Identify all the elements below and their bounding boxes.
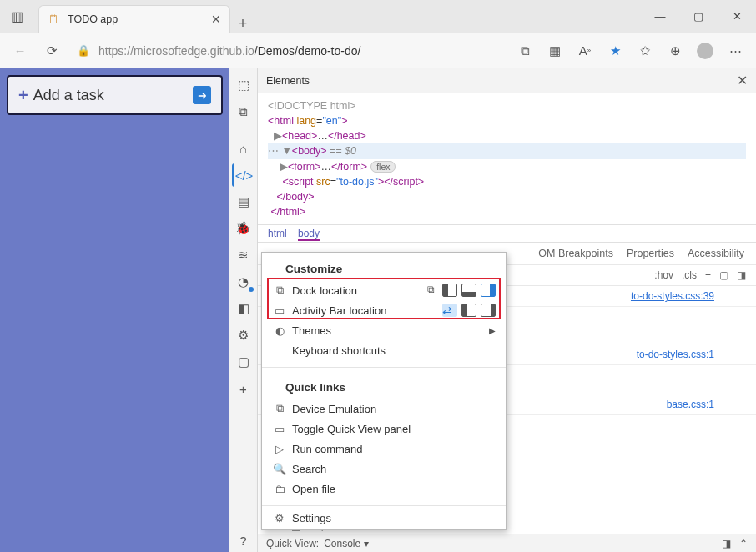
menu-item-themes[interactable]: ◐ Themes ▶ <box>262 320 506 340</box>
add-tool-icon[interactable]: + <box>232 377 255 400</box>
menu-item-toggle-quickview[interactable]: ▭ Toggle Quick View panel <box>262 419 506 439</box>
dock-bottom-button[interactable] <box>461 284 476 297</box>
tab-accessibility[interactable]: Accessibility <box>688 248 744 259</box>
breadcrumb[interactable]: html body <box>258 224 756 243</box>
welcome-icon[interactable]: ⌂ <box>232 137 255 160</box>
window-minimize-button[interactable]: — <box>641 0 679 33</box>
panel-title: Elements <box>266 75 737 87</box>
breadcrumb-html[interactable]: html <box>268 228 287 239</box>
qr-icon[interactable]: ▦ <box>541 38 569 64</box>
more-menu-icon[interactable]: ⋯ <box>721 38 749 64</box>
tab-favicon-icon: 🗒 <box>48 13 61 26</box>
memory-tab-icon[interactable]: ◧ <box>232 297 255 320</box>
dom-body-close[interactable]: </body> <box>268 189 746 204</box>
back-button[interactable]: ← <box>7 38 33 64</box>
computed-icon[interactable]: ▢ <box>719 269 728 281</box>
inspect-tool-icon[interactable]: ⬚ <box>232 73 255 97</box>
refresh-button[interactable]: ⟳ <box>38 38 65 64</box>
quick-view-expand-icon[interactable]: ⌃ <box>739 538 748 549</box>
page-viewport: + Add a task ➜ <box>0 68 229 552</box>
activity-bar-icon: ▭ <box>272 304 287 317</box>
network-tab-icon[interactable]: ≋ <box>232 243 255 267</box>
toggle-pane-icon[interactable]: ◨ <box>737 269 746 281</box>
style-source-link-3[interactable]: base.css:1 <box>667 399 714 410</box>
activity-bar-move-button[interactable]: ⇄ <box>442 304 457 317</box>
url-path: /Demos/demo-to-do/ <box>255 44 361 58</box>
browser-toolbar: ← ⟳ 🔒 https://microsoftedge.github.io/De… <box>0 33 756 68</box>
new-tab-button[interactable]: + <box>230 15 255 33</box>
cls-toggle[interactable]: .cls <box>682 269 697 281</box>
style-source-link-1[interactable]: to-do-styles.css:39 <box>631 290 714 302</box>
read-aloud-icon[interactable]: A» <box>571 38 599 64</box>
dock-right-button[interactable] <box>481 284 496 297</box>
submit-task-button[interactable]: ➜ <box>193 86 211 104</box>
elements-tab-icon[interactable]: </> <box>232 163 255 187</box>
address-bar[interactable]: 🔒 https://microsoftedge.github.io/Demos/… <box>70 38 506 63</box>
menu-item-device-emulation[interactable]: ⧉ Device Emulation <box>262 399 506 419</box>
url-host: https://microsoftedge.github.io <box>98 44 255 58</box>
application-tab-icon[interactable]: ⚙ <box>232 324 255 347</box>
panel-icon: ▭ <box>272 423 287 435</box>
menu-item-search[interactable]: 🔍 Search <box>262 459 506 479</box>
window-titlebar: ▥ 🗒 TODO app ✕ + — ▢ ✕ <box>0 0 756 33</box>
console-tab-icon[interactable]: ▤ <box>232 190 255 213</box>
dock-undock-button[interactable]: ⧉ <box>423 284 438 297</box>
window-close-button[interactable]: ✕ <box>718 0 756 33</box>
site-info-icon[interactable]: 🔒 <box>77 44 90 57</box>
screenshot-icon[interactable]: ⧉ <box>511 38 539 64</box>
menu-item-open-file[interactable]: 🗀 Open file <box>262 479 506 499</box>
panel-close-icon[interactable]: ✕ <box>737 73 748 88</box>
submenu-arrow-icon: ▶ <box>489 326 496 335</box>
dom-html[interactable]: <html lang="en"> <box>268 113 746 128</box>
activity-bar-left-button[interactable] <box>461 304 476 317</box>
menu-item-activity-bar[interactable]: ▭ Activity Bar location ⇄ <box>262 300 506 320</box>
style-source-link-2[interactable]: to-do-styles.css:1 <box>637 349 714 360</box>
hov-toggle[interactable]: :hov <box>654 269 673 281</box>
tab-title: TODO app <box>68 13 211 25</box>
tab-properties[interactable]: Properties <box>627 248 674 259</box>
favorite-star-icon[interactable]: ★ <box>601 38 629 64</box>
quick-view-selection[interactable]: Console <box>324 538 360 549</box>
search-icon: 🔍 <box>272 463 287 475</box>
quick-view-bar[interactable]: Quick View: Console ▾ ◨ ⌃ <box>258 534 756 552</box>
dock-left-button[interactable] <box>442 284 457 297</box>
performance-tab-icon[interactable]: ◔ <box>232 270 255 294</box>
browser-tab[interactable]: 🗒 TODO app ✕ <box>38 5 230 33</box>
dom-doctype[interactable]: <!DOCTYPE html> <box>268 98 746 113</box>
tab-dom-breakpoints[interactable]: OM Breakpoints <box>538 248 613 259</box>
device-icon: ⧉ <box>272 402 287 415</box>
dom-html-close[interactable]: </html> <box>268 204 746 219</box>
tab-actions-icon[interactable]: ▥ <box>0 0 33 33</box>
dom-script[interactable]: <script src="to-do.js"></script> <box>268 174 746 189</box>
folder-icon: 🗀 <box>272 483 287 495</box>
help-icon[interactable]: ? <box>232 529 255 552</box>
activity-bar: ⬚ ⧉ ⌂ </> ▤ 🐞 ≋ ◔ ◧ ⚙ ▢ + ? <box>229 68 258 552</box>
menu-heading-quicklinks: Quick links <box>262 378 506 399</box>
tab-close-icon[interactable]: ✕ <box>211 13 221 26</box>
menu-item-settings[interactable]: ⚙ Settings <box>262 509 506 529</box>
themes-icon: ◐ <box>272 324 287 337</box>
menu-item-dock-location[interactable]: ⧉ Dock location ⧉ <box>262 280 506 300</box>
add-task-input[interactable]: + Add a task ➜ <box>7 75 223 115</box>
device-emulation-icon[interactable]: ⧉ <box>232 100 255 123</box>
menu-item-shortcuts[interactable]: Keyboard shortcuts <box>262 340 506 360</box>
dom-body[interactable]: ⋯ ▼<body> == $0 <box>268 143 746 158</box>
quick-view-dock-icon[interactable]: ◨ <box>722 538 731 549</box>
collections-icon[interactable]: ⊕ <box>661 38 689 64</box>
window-maximize-button[interactable]: ▢ <box>679 0 718 33</box>
dock-icon: ⧉ <box>272 284 287 297</box>
activity-bar-right-button[interactable] <box>481 304 496 317</box>
profile-avatar[interactable] <box>691 38 719 64</box>
new-style-rule-icon[interactable]: + <box>705 269 711 281</box>
favorites-icon[interactable]: ✩ <box>631 38 659 64</box>
breadcrumb-body[interactable]: body <box>298 228 320 241</box>
menu-item-run-command[interactable]: ▷ Run command <box>262 439 506 459</box>
dom-head[interactable]: ▶<head>…</head> <box>268 128 746 143</box>
dom-form[interactable]: ▶<form>…</form>flex <box>268 159 746 174</box>
sources-tab-icon[interactable]: 🐞 <box>232 217 255 240</box>
quick-view-label: Quick View: <box>266 538 319 549</box>
plus-icon: + <box>18 86 28 105</box>
dom-tree[interactable]: <!DOCTYPE html> <html lang="en"> ▶<head>… <box>258 93 756 224</box>
quick-view-dropdown-icon[interactable]: ▾ <box>364 538 369 549</box>
more-tools-icon[interactable]: ▢ <box>232 350 255 374</box>
